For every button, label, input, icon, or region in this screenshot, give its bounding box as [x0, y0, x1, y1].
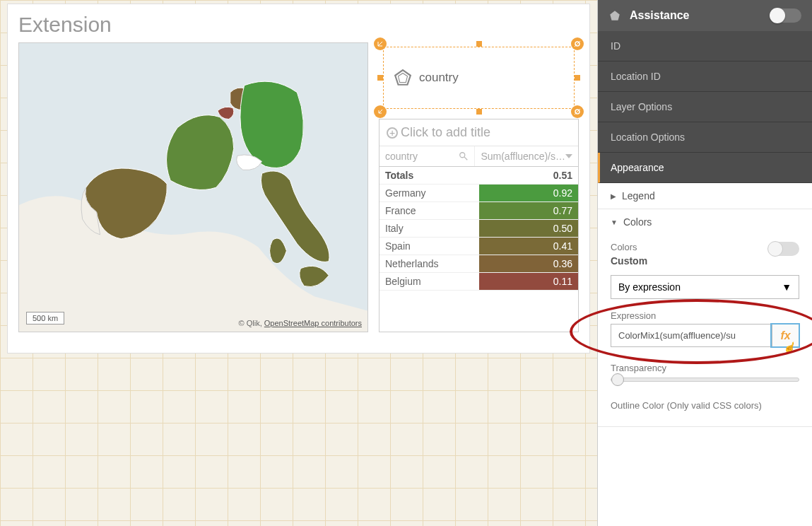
- sort-desc-icon: [565, 154, 572, 158]
- map-scale: 500 km: [26, 312, 64, 325]
- transparency-label: Transparency: [611, 363, 799, 373]
- table-row[interactable]: Netherlands0.36: [379, 255, 578, 273]
- pentagon-icon: [608, 9, 621, 22]
- panel-header: Assistance: [598, 0, 812, 31]
- svg-point-8: [460, 153, 465, 158]
- chevron-down-icon: ▼: [782, 281, 792, 293]
- color-mode-dropdown[interactable]: By expression ▼: [611, 275, 799, 299]
- properties-panel: Assistance ID Location ID Layer Options …: [597, 0, 812, 526]
- nav-item-id[interactable]: ID: [598, 31, 812, 62]
- pentagon-icon: [394, 69, 412, 87]
- legend-object-selected[interactable]: country: [379, 42, 579, 113]
- extension-title: Extension: [18, 13, 579, 37]
- svg-marker-10: [610, 11, 620, 21]
- worksheet-area[interactable]: Extension: [0, 0, 597, 526]
- svg-line-3: [379, 110, 382, 113]
- table-row[interactable]: Belgium0.11: [379, 273, 578, 291]
- nav-item-location-id[interactable]: Location ID: [598, 62, 812, 92]
- fx-button[interactable]: fx☝: [772, 325, 799, 346]
- nav-item-layer-options[interactable]: Layer Options: [598, 92, 812, 122]
- search-icon[interactable]: [459, 151, 469, 161]
- colors-toggle[interactable]: [768, 242, 799, 256]
- cursor-icon: ☝: [783, 341, 795, 353]
- map-attribution: © Qlik, OpenStreetMap contributors: [239, 319, 362, 327]
- table-title-placeholder[interactable]: +Click to add title: [379, 119, 578, 146]
- chevron-down-icon: ▼: [611, 218, 618, 226]
- assistance-toggle[interactable]: [770, 8, 801, 23]
- osm-link[interactable]: OpenStreetMap contributors: [264, 319, 362, 327]
- svg-line-9: [464, 157, 467, 160]
- table-row[interactable]: France0.77: [379, 202, 578, 220]
- data-table[interactable]: +Click to add title country Sum(affluenc…: [379, 119, 579, 332]
- column-header-country[interactable]: country: [379, 146, 475, 166]
- column-header-measure[interactable]: Sum(affluence)/s…: [475, 146, 578, 166]
- plus-icon: +: [387, 127, 398, 139]
- nav-item-location-options[interactable]: Location Options: [598, 122, 812, 153]
- table-row[interactable]: Italy0.50: [379, 220, 578, 238]
- transparency-slider[interactable]: [611, 378, 799, 382]
- colors-mode: Custom: [611, 255, 799, 267]
- extension-card: Extension: [7, 4, 590, 353]
- accordion-colors[interactable]: ▼Colors: [598, 209, 812, 235]
- chevron-right-icon: ▶: [611, 192, 616, 200]
- table-row[interactable]: Germany0.92: [379, 185, 578, 202]
- resize-handle-r[interactable]: [575, 75, 580, 81]
- accordion-legend[interactable]: ▶Legend: [598, 183, 812, 209]
- nav-item-appearance[interactable]: Appearance: [598, 153, 812, 183]
- expression-input[interactable]: [611, 325, 772, 346]
- table-row[interactable]: Spain0.41: [379, 238, 578, 255]
- table-totals-row: Totals0.51: [379, 167, 578, 185]
- resize-handle-t[interactable]: [476, 41, 482, 47]
- svg-marker-7: [399, 74, 408, 83]
- map-visualization[interactable]: 500 km © Qlik, OpenStreetMap contributor…: [18, 42, 368, 332]
- resize-handle-b[interactable]: [476, 109, 482, 115]
- expression-label: Expression: [611, 310, 799, 321]
- legend-label: country: [419, 71, 459, 85]
- resize-handle-l[interactable]: [377, 75, 383, 81]
- outline-color-label: Outline Color (Only valid CSS colors): [611, 400, 799, 411]
